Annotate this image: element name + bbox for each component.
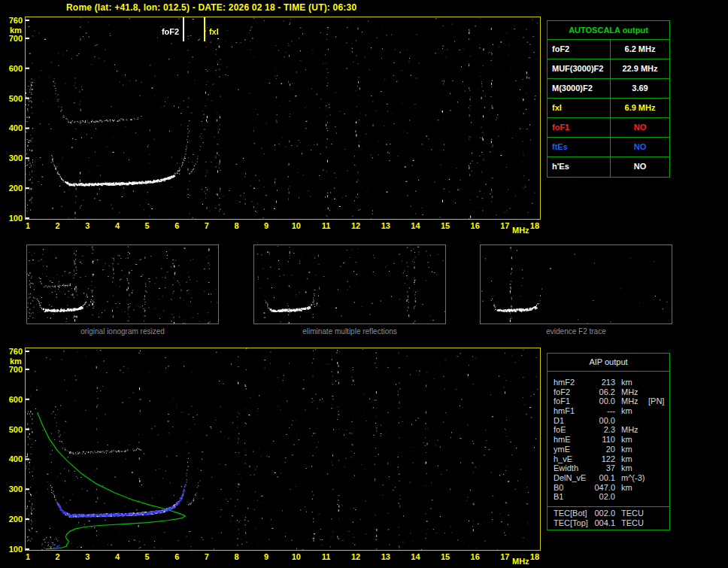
thumbnail-caption-1: original ionogram resized [26, 327, 219, 336]
autoscala-param-value: NO [611, 157, 669, 177]
x-tick-label: 14 [407, 553, 423, 561]
x-tick-label: 17 [496, 222, 513, 230]
thumbnail-canvas-2 [254, 245, 445, 323]
aip-row-ewidth: Ewidth37km [548, 463, 669, 473]
y-tick-label: 600 [0, 395, 23, 404]
aip-row-foe: foE2.3MHz [548, 425, 669, 435]
y-tick-label: 400 [0, 123, 23, 132]
autoscala-param-name: h'Es [548, 157, 611, 177]
x-tick-label: 6 [168, 222, 185, 230]
x-tick-label: 2 [50, 553, 66, 561]
aip-param-name: B1 [548, 492, 590, 502]
x-tick-label: 6 [168, 553, 185, 561]
aip-row-h_ve: h_vE122km [548, 454, 669, 464]
thumbnail-canvas-1 [27, 245, 218, 323]
marker-label-fxi: fxI [209, 27, 219, 36]
y-tick-label: 600 [0, 64, 23, 73]
marker-line-fof2 [183, 17, 184, 41]
aip-param-value: --- [590, 406, 615, 416]
bottom-ionogram-canvas [26, 348, 540, 550]
aip-tec-row-tec[bot]: TEC[Bot]002.0TECU [548, 509, 669, 518]
aip-param-unit: km [621, 483, 644, 493]
aip-param-note: [PN] [648, 396, 664, 406]
aip-param-value: 2.3 [590, 425, 615, 435]
autoscala-row-fxi: fxI6.9 MHz [548, 99, 669, 118]
aip-row-hme: hmE110km [548, 435, 669, 445]
autoscala-param-value: 22.9 MHz [611, 59, 669, 78]
aip-param-value: 004.1 [590, 518, 615, 528]
y-tick-label: 760 [0, 347, 23, 356]
aip-param-value: 02.0 [590, 492, 615, 502]
autoscala-app-window: { "header": { "title": "Rome (lat: +41.8… [0, 0, 728, 568]
y-tick-label: 200 [0, 515, 23, 524]
autoscala-param-name: foF2 [548, 40, 611, 59]
aip-param-name: hmF2 [548, 378, 590, 387]
autoscala-row-m(3000)f2: M(3000)F23.69 [548, 79, 669, 99]
aip-param-value: 06.2 [590, 387, 615, 397]
x-tick-label: 4 [109, 222, 126, 230]
x-tick-label: 11 [317, 553, 334, 561]
x-tick-label: 1 [20, 553, 36, 561]
autoscala-param-name: foF1 [548, 118, 611, 137]
x-tick-label: 10 [288, 553, 305, 561]
x-tick-label: 7 [199, 222, 215, 230]
aip-param-unit: km [621, 454, 644, 464]
y-tick-label: 300 [0, 153, 23, 163]
aip-param-name: foF2 [548, 387, 590, 397]
x-tick-label: 8 [229, 553, 245, 561]
aip-row-b1: B102.0 [548, 492, 669, 502]
x-tick-label: 15 [437, 222, 453, 230]
aip-param-name: DelN_vE [548, 473, 590, 483]
thumbnail-caption-2: eliminate multiple reflections [253, 327, 446, 336]
autoscala-param-name: ftEs [548, 138, 611, 156]
y-tick-label: 500 [0, 94, 23, 103]
top-ionogram-canvas [26, 17, 540, 219]
y-axis-unit: km [10, 357, 22, 366]
thumbnail-panel-3 [480, 245, 672, 324]
y-tick-label: 760 [0, 16, 23, 25]
aip-row-deln_ve: DelN_vE00.1m^(-3) [548, 473, 669, 483]
aip-row-fof1: foF100.0MHz[PN] [548, 396, 669, 406]
aip-param-unit: MHz [621, 387, 644, 397]
aip-param-value: 00.0 [590, 416, 615, 426]
aip-param-value: 110 [590, 435, 615, 445]
aip-row-fof2: foF206.2MHz [548, 387, 669, 397]
autoscala-param-value: 3.69 [611, 79, 669, 98]
aip-param-value: 00.0 [590, 396, 615, 406]
aip-param-unit: m^(-3) [621, 473, 644, 483]
x-tick-label: 2 [50, 222, 66, 230]
x-tick-label: 9 [258, 553, 275, 561]
autoscala-row-ftes: ftEsNO [548, 138, 669, 157]
y-tick-label: 500 [0, 425, 23, 434]
x-tick-label: 7 [199, 553, 215, 561]
y-tick-label: 700 [0, 365, 23, 374]
aip-param-unit [621, 416, 644, 426]
aip-param-value: 047.0 [590, 483, 615, 493]
autoscala-table-rows: foF26.2 MHzMUF(3000)F222.9 MHzM(3000)F23… [548, 40, 669, 177]
top-ionogram-plot: foF2fxI [25, 17, 541, 220]
window-title: Rome (lat: +41.8, lon: 012.5) - DATE: 20… [66, 2, 356, 13]
aip-param-unit: km [621, 378, 644, 387]
x-axis-unit: MHz [512, 557, 529, 566]
autoscala-param-name: fxI [548, 99, 611, 117]
autoscala-output-table: AUTOSCALA output foF26.2 MHzMUF(3000)F22… [547, 20, 670, 178]
aip-param-unit: MHz [621, 425, 644, 435]
thumbnail-canvas-3 [481, 245, 672, 323]
aip-tec-row-tec[top]: TEC[Top]004.1TECU [548, 518, 669, 528]
x-tick-label: 1 [20, 222, 36, 230]
aip-parameter-list: hmF2213kmfoF206.2MHzfoF100.0MHz[PN]hmF1-… [548, 372, 669, 502]
aip-param-unit: MHz [621, 396, 644, 406]
aip-param-value: 37 [590, 463, 615, 473]
x-tick-label: 3 [79, 553, 96, 561]
autoscala-row-h'es: h'EsNO [548, 157, 669, 177]
autoscala-table-title: AUTOSCALA output [548, 21, 669, 40]
marker-line-fxi [204, 17, 205, 41]
autoscala-param-value: NO [611, 138, 669, 156]
aip-row-hmf2: hmF2213km [548, 378, 669, 387]
x-tick-label: 15 [437, 553, 453, 561]
aip-param-name: foF1 [548, 396, 590, 406]
aip-param-name: ymE [548, 445, 590, 454]
thumbnail-caption-3: evidence F2 trace [480, 327, 672, 336]
autoscala-param-value: 6.2 MHz [611, 40, 669, 59]
thumbnail-panel-1 [26, 245, 219, 324]
